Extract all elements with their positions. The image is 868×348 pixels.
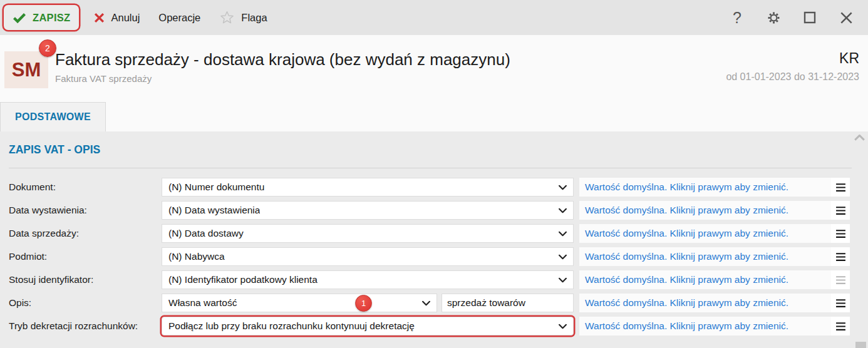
menu-icon [835,206,846,215]
field-label: Data sprzedaży: [9,228,162,239]
window-controls: ? [729,9,868,26]
opis-select[interactable]: Własna wartość 1 [162,294,437,312]
cancel-button[interactable]: Anuluj [88,5,146,30]
row-menu-button[interactable] [831,201,850,220]
stosuj-identyfikator-select[interactable]: (N) Identyfikator podatkowy klienta [162,270,574,289]
default-value-link[interactable]: Wartość domyślna. Kliknij prawym aby zmi… [579,320,831,332]
horizontal-scrollbar-thumb[interactable] [855,342,866,348]
form-panel: ZAPIS VAT - OPIS Dokument: (N) Numer dok… [0,131,868,348]
document-header: SM 2 Faktura sprzedaży - dostawa krajowa… [0,35,868,102]
period-range: od 01-01-2023 do 31-12-2023 [726,71,859,83]
chevron-down-icon [559,185,567,190]
operations-button[interactable]: Operacje [152,5,207,30]
select-value: Własna wartość [168,297,237,309]
form-row-podmiot: Podmiot: (N) Nabywca Wartość domyślna. K… [9,247,850,266]
page-subtitle: Faktura VAT sprzedaży [55,73,510,84]
section-title: ZAPIS VAT - OPIS [9,143,100,156]
field-label: Tryb dekretacji rozrachunków: [9,320,162,332]
operations-button-label: Operacje [158,12,200,24]
default-value-link[interactable]: Wartość domyślna. Kliknij prawym aby zmi… [579,205,831,216]
menu-icon [835,275,846,285]
default-value-strip: Wartość domyślna. Kliknij prawym aby zmi… [579,201,850,220]
menu-icon [835,183,846,192]
chevron-up-icon [854,135,865,141]
row-menu-button[interactable] [831,224,850,243]
menu-icon [835,229,846,238]
default-value-strip: Wartość domyślna. Kliknij prawym aby zmi… [579,317,850,335]
select-value: (N) Numer dokumentu [168,182,264,193]
default-value-link[interactable]: Wartość domyślna. Kliknij prawym aby zmi… [579,251,831,262]
annotation-badge-2: 2 [39,39,56,57]
maximize-icon[interactable] [802,9,818,26]
chevron-down-icon [559,254,567,260]
save-button[interactable]: ZAPISZ [4,5,79,30]
annotation-badge-1: 1 [355,295,372,312]
module-badge: SM [4,51,48,88]
cancel-button-label: Anuluj [111,12,140,24]
row-menu-button[interactable] [831,247,850,266]
flag-button[interactable]: Flaga [213,5,273,30]
default-value-link[interactable]: Wartość domyślna. Kliknij prawym aby zmi… [579,297,831,309]
default-value-strip: Wartość domyślna. Kliknij prawym aby zmi… [579,247,850,266]
podmiot-select[interactable]: (N) Nabywca [162,247,574,266]
page-title: Faktura sprzedaży - dostawa krajowa (bez… [55,50,510,69]
data-sprzedazy-select[interactable]: (N) Data dostawy [162,224,574,243]
gear-icon[interactable] [765,9,782,26]
chevron-down-icon [559,208,567,213]
default-value-strip: Wartość domyślna. Kliknij prawym aby zmi… [579,224,850,243]
scroll-up-button[interactable] [854,135,865,141]
field-label: Stosuj identyfikator: [9,274,162,285]
form-row-data-sprzedazy: Data sprzedaży: (N) Data dostawy Wartość… [9,224,850,243]
field-label: Dokument: [9,182,162,193]
select-value: (N) Data dostawy [168,228,244,239]
window: ZAPISZ Anuluj Operacje Flaga ? [0,0,868,348]
section-divider [9,168,852,168]
default-value-link[interactable]: Wartość domyślna. Kliknij prawym aby zmi… [579,228,831,239]
row-menu-button[interactable] [831,294,850,312]
menu-icon [835,299,846,308]
select-value: (N) Nabywca [168,251,225,262]
field-label: Opis: [9,297,162,309]
data-wystawienia-select[interactable]: (N) Data wystawienia [162,201,574,220]
chevron-down-icon [559,277,567,283]
chevron-down-icon [559,324,567,329]
field-label: Podmiot: [9,251,162,262]
star-icon [219,10,235,25]
save-button-label: ZAPISZ [33,12,70,24]
toolbar: ZAPISZ Anuluj Operacje Flaga ? [0,0,868,35]
form-row-opis: Opis: Własna wartość 1 Wartość domyślna.… [9,294,850,312]
row-menu-button[interactable] [831,317,850,335]
period-code: KR [726,50,859,67]
chevron-down-icon [559,231,567,237]
flag-button-label: Flaga [241,12,267,24]
form: Dokument: (N) Numer dokumentu Wartość do… [9,178,850,340]
row-menu-button[interactable] [831,178,850,197]
tab-podstawowe[interactable]: PODSTAWOWE [0,102,106,131]
x-icon [94,13,105,23]
form-row-dokument: Dokument: (N) Numer dokumentu Wartość do… [9,178,850,197]
dokument-select[interactable]: (N) Numer dokumentu [162,178,574,197]
default-value-strip: Wartość domyślna. Kliknij prawym aby zmi… [579,294,850,312]
tryb-dekretacji-select[interactable]: Podłącz lub przy braku rozrachunku konty… [162,317,574,335]
opis-input[interactable] [442,294,574,312]
default-value-strip: Wartość domyślna. Kliknij prawym aby zmi… [579,178,850,197]
default-value-link[interactable]: Wartość domyślna. Kliknij prawym aby zmi… [579,274,831,285]
field-label: Data wystawienia: [9,205,162,216]
select-value: (N) Identyfikator podatkowy klienta [168,274,318,285]
select-value: (N) Data wystawienia [168,205,260,216]
menu-icon [835,252,846,262]
tab-bar: PODSTAWOWE [0,102,868,131]
select-value: Podłącz lub przy braku rozrachunku konty… [168,320,415,332]
row-menu-button-disabled [831,270,850,289]
help-icon[interactable]: ? [729,9,745,26]
default-value-strip: Wartość domyślna. Kliknij prawym aby zmi… [579,270,850,289]
form-row-data-wystawienia: Data wystawienia: (N) Data wystawienia W… [9,201,850,220]
form-row-tryb-dekretacji: Tryb dekretacji rozrachunków: Podłącz lu… [9,317,850,335]
close-icon[interactable] [838,9,854,26]
default-value-link[interactable]: Wartość domyślna. Kliknij prawym aby zmi… [579,182,831,193]
check-icon [13,13,26,23]
form-row-stosuj-identyfikator: Stosuj identyfikator: (N) Identyfikator … [9,270,850,289]
chevron-down-icon [422,300,430,306]
menu-icon [835,322,846,331]
